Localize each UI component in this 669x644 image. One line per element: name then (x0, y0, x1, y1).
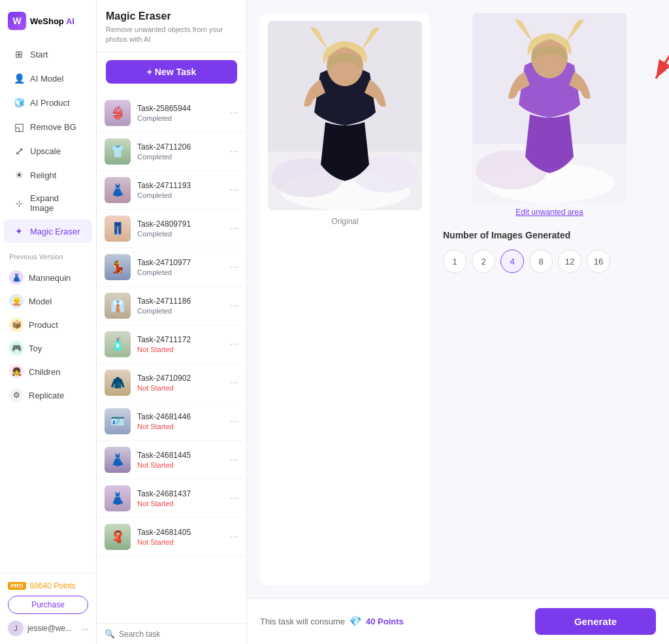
result-image (472, 13, 627, 202)
task-item[interactable]: 🧣 Task-24681405 Not Started ··· (97, 518, 246, 556)
task-status: Completed (137, 268, 223, 276)
prev-version-nav: 👗 Mannequin 👱 Model 📦 Product 🎮 Toy 👧 Ch… (0, 263, 96, 410)
task-status: Not Started (137, 538, 223, 546)
task-name: Task-24711193 (137, 181, 223, 190)
task-info: Task-24711206 Completed (137, 142, 223, 161)
sidebar-item-product[interactable]: 📦 Product (0, 313, 96, 336)
sidebar-item-expand-image[interactable]: ⊹ Expand Image (4, 187, 92, 219)
task-more-icon[interactable]: ··· (230, 377, 238, 389)
logo: W WeShop AI (0, 0, 96, 39)
task-info: Task-24710902 Not Started (137, 374, 223, 392)
main-area: Original (247, 0, 669, 598)
sidebar-bottom: PRO 88640 Points Purchase J jessie@we...… (0, 573, 96, 644)
task-more-icon[interactable]: ··· (230, 146, 238, 157)
task-status: Not Started (137, 461, 223, 469)
user-avatar: J (8, 620, 24, 636)
points-amount: 88640 Points (30, 581, 76, 590)
edit-unwanted-link[interactable]: Edit unwanted area (515, 208, 583, 217)
sidebar-item-magic-eraser[interactable]: ✦ Magic Eraser (4, 219, 92, 243)
task-name: Task-25865944 (137, 104, 223, 113)
task-status: Not Started (137, 346, 223, 353)
task-more-icon[interactable]: ··· (230, 531, 238, 543)
task-more-icon[interactable]: ··· (230, 223, 238, 234)
task-status: Completed (137, 114, 223, 122)
middle-header: Magic Eraser Remove unwanted objects fro… (97, 0, 246, 52)
task-item[interactable]: 🧴 Task-24711172 Not Started ··· (97, 325, 246, 364)
sidebar-item-mannequin[interactable]: 👗 Mannequin (0, 266, 96, 289)
user-more-icon[interactable]: ··· (81, 624, 88, 634)
task-info: Task-24681446 Not Started (137, 412, 223, 430)
task-thumbnail: 👕 (105, 138, 131, 165)
task-more-icon[interactable]: ··· (230, 261, 238, 273)
expand-image-icon: ⊹ (13, 197, 25, 209)
sidebar-item-upscale[interactable]: ⤢ Upscale (4, 139, 92, 163)
toy-label: Toy (29, 344, 42, 353)
task-list: 👙 Task-25865944 Completed ··· 👕 Task-247… (97, 91, 246, 623)
task-item[interactable]: 🪪 Task-24681446 Not Started ··· (97, 402, 246, 441)
original-image-svg (268, 21, 422, 210)
new-task-button[interactable]: + New Task (106, 60, 237, 84)
user-name: jessie@we... (27, 624, 72, 633)
count-options: 12481216 (443, 250, 656, 273)
task-item[interactable]: 👗 Task-24681437 Not Started ··· (97, 479, 246, 518)
task-item[interactable]: 👔 Task-24711186 Completed ··· (97, 287, 246, 325)
middle-subtitle: Remove unwanted objects from your photos… (106, 25, 237, 45)
sidebar-item-start[interactable]: ⊞ Start (4, 42, 92, 66)
task-item[interactable]: 🧥 Task-24710902 Not Started ··· (97, 364, 246, 402)
task-item[interactable]: 👗 Task-24711193 Completed ··· (97, 171, 246, 210)
search-icon: 🔍 (105, 629, 115, 639)
task-item[interactable]: 💃 Task-24710977 Completed ··· (97, 248, 246, 287)
middle-title: Magic Eraser (106, 10, 237, 22)
purchase-button[interactable]: Purchase (8, 596, 88, 614)
task-more-icon[interactable]: ··· (230, 492, 238, 504)
count-option-1[interactable]: 1 (443, 250, 466, 273)
count-option-12[interactable]: 12 (558, 250, 581, 273)
search-bar: 🔍 (97, 623, 246, 644)
sidebar-item-children[interactable]: 👧 Children (0, 360, 96, 383)
logo-icon: W (8, 12, 26, 30)
generate-button[interactable]: Generate (535, 608, 656, 635)
sidebar-item-model[interactable]: 👱 Model (0, 289, 96, 313)
task-info: Task-24681445 Not Started (137, 451, 223, 469)
points-cost: 40 Points (366, 617, 404, 626)
task-info: Task-24809791 Completed (137, 219, 223, 238)
count-option-2[interactable]: 2 (472, 250, 495, 273)
consume-label: This task will consume (260, 617, 345, 626)
count-option-16[interactable]: 16 (587, 250, 610, 273)
task-item[interactable]: 👕 Task-24711206 Completed ··· (97, 133, 246, 171)
sidebar-item-remove-bg[interactable]: ◱ Remove BG (4, 115, 92, 138)
search-input[interactable] (119, 630, 238, 639)
original-image (268, 21, 422, 210)
task-thumbnail: 👗 (105, 447, 131, 473)
toy-avatar: 🎮 (9, 341, 24, 355)
original-image-card: Original (260, 13, 430, 585)
user-row[interactable]: J jessie@we... ··· (8, 620, 88, 636)
model-label: Model (29, 297, 52, 306)
task-name: Task-24681405 (137, 528, 223, 537)
sidebar-item-toy[interactable]: 🎮 Toy (0, 336, 96, 360)
task-more-icon[interactable]: ··· (230, 184, 238, 196)
task-item[interactable]: 👗 Task-24681445 Not Started ··· (97, 441, 246, 479)
product-label: Product (29, 320, 58, 330)
sidebar-item-ai-model[interactable]: 👤 AI Model (4, 67, 92, 90)
task-more-icon[interactable]: ··· (230, 454, 238, 466)
task-more-icon[interactable]: ··· (230, 415, 238, 427)
task-name: Task-24711206 (137, 142, 223, 152)
task-info: Task-24710977 Completed (137, 258, 223, 276)
count-option-8[interactable]: 8 (529, 250, 553, 273)
sidebar-item-ai-product[interactable]: 🧊 AI Product (4, 91, 92, 114)
task-name: Task-24710902 (137, 374, 223, 383)
count-option-4[interactable]: 4 (500, 250, 524, 273)
task-item[interactable]: 👖 Task-24809791 Completed ··· (97, 210, 246, 248)
task-more-icon[interactable]: ··· (230, 300, 238, 312)
sidebar-item-label-magic-eraser: Magic Eraser (30, 227, 80, 236)
task-status: Not Started (137, 423, 223, 430)
task-thumbnail: 🧴 (105, 331, 131, 357)
sidebar-item-replicate[interactable]: ⚙ Replicate (0, 383, 96, 407)
task-more-icon[interactable]: ··· (230, 107, 238, 119)
sidebar-item-label-start: Start (30, 50, 48, 59)
sidebar-item-relight[interactable]: ☀ Relight (4, 163, 92, 187)
task-item[interactable]: 👙 Task-25865944 Completed ··· (97, 94, 246, 133)
task-more-icon[interactable]: ··· (230, 338, 238, 350)
points-badge: PRO 88640 Points (8, 581, 88, 590)
